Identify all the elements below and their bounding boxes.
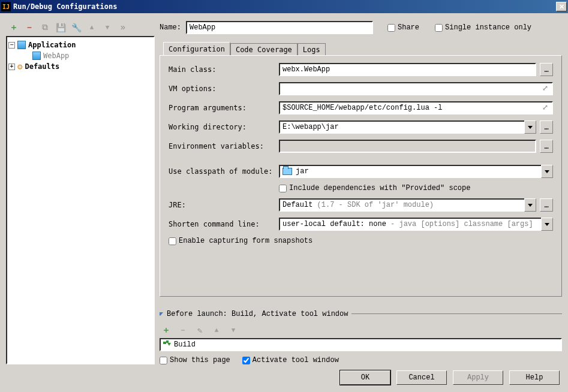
show-page-checkbox[interactable]: Show this page bbox=[160, 356, 230, 364]
program-args-input[interactable] bbox=[279, 101, 553, 114]
shorten-combo[interactable]: user-local default: none - java [options… bbox=[279, 218, 541, 231]
dropdown-icon[interactable] bbox=[541, 218, 553, 231]
jre-row: JRE: Default (1.7 - SDK of 'jar' module)… bbox=[169, 198, 553, 212]
show-page-label: Show this page bbox=[170, 356, 230, 364]
include-provided-checkbox-box[interactable] bbox=[279, 185, 287, 192]
dropdown-icon[interactable] bbox=[524, 120, 536, 134]
close-icon[interactable]: ✕ bbox=[556, 2, 567, 11]
expand-icon[interactable]: + bbox=[8, 64, 15, 70]
working-dir-row: Working directory: … bbox=[169, 120, 553, 134]
env-vars-input[interactable] bbox=[279, 140, 536, 153]
chevrons-icon[interactable]: » bbox=[118, 22, 128, 33]
vm-options-input[interactable] bbox=[279, 82, 553, 95]
tab-code-coverage[interactable]: Code Coverage bbox=[230, 43, 297, 56]
build-icon bbox=[163, 340, 172, 349]
env-vars-label: Environment variables: bbox=[169, 142, 275, 150]
before-launch-item: Build bbox=[174, 340, 196, 349]
svg-marker-2 bbox=[528, 204, 533, 207]
gear-icon: ⚙ bbox=[17, 62, 22, 71]
activate-window-checkbox-box[interactable] bbox=[242, 357, 250, 364]
svg-marker-1 bbox=[545, 170, 549, 173]
tree-app-node[interactable]: − Application bbox=[8, 40, 152, 50]
save-config-icon[interactable]: 💾 bbox=[55, 22, 66, 33]
before-launch-list[interactable]: Build bbox=[160, 338, 562, 351]
application-icon bbox=[17, 41, 26, 49]
config-tree[interactable]: − Application WebApp + ⚙ Defaults bbox=[6, 36, 155, 364]
jre-value-suffix: (1.7 - SDK of 'jar' module) bbox=[317, 201, 434, 209]
single-instance-checkbox-box[interactable] bbox=[435, 24, 443, 32]
single-instance-checkbox[interactable]: Single instance only bbox=[435, 23, 531, 32]
env-vars-browse-button[interactable]: … bbox=[540, 140, 553, 153]
classpath-value: jar bbox=[296, 167, 309, 176]
bl-up-icon[interactable]: ▲ bbox=[211, 325, 222, 336]
app-icon: IJ bbox=[1, 2, 11, 11]
share-checkbox-label: Share bbox=[398, 23, 419, 32]
activate-window-label: Activate tool window bbox=[253, 356, 339, 364]
titlebar: IJ Run/Debug Configurations ✕ bbox=[0, 0, 568, 13]
bl-edit-icon[interactable]: ✎ bbox=[194, 325, 205, 336]
enable-snapshots-checkbox-box[interactable] bbox=[169, 237, 176, 245]
activate-window-checkbox[interactable]: Activate tool window bbox=[242, 356, 339, 364]
wrench-icon[interactable]: 🔧 bbox=[71, 22, 82, 33]
bl-add-icon[interactable]: ＋ bbox=[161, 325, 172, 336]
expand-icon[interactable]: ⤢ bbox=[542, 103, 551, 111]
help-button[interactable]: Help bbox=[509, 370, 560, 385]
tab-configuration[interactable]: Configuration bbox=[163, 42, 230, 55]
jre-browse-button[interactable]: … bbox=[540, 198, 553, 212]
remove-config-icon[interactable]: － bbox=[24, 22, 35, 33]
tree-defaults-node[interactable]: + ⚙ Defaults bbox=[8, 61, 152, 72]
name-label: Name: bbox=[160, 23, 181, 32]
ok-button[interactable]: OK bbox=[340, 370, 390, 385]
disclosure-triangle-icon[interactable] bbox=[160, 312, 163, 316]
shorten-value-suffix: - java [options] classname [args] bbox=[390, 220, 533, 228]
bl-remove-icon[interactable]: － bbox=[178, 325, 188, 336]
expand-icon[interactable]: ⤢ bbox=[542, 84, 551, 92]
classpath-combo[interactable]: jar bbox=[279, 165, 541, 178]
share-checkbox[interactable]: Share bbox=[387, 23, 419, 32]
tree-label: Application bbox=[28, 41, 76, 49]
apply-button: Apply bbox=[453, 370, 503, 385]
window-title: Run/Debug Configurations bbox=[13, 2, 556, 11]
classpath-row: Use classpath of module: jar bbox=[169, 165, 553, 178]
cancel-button[interactable]: Cancel bbox=[396, 370, 447, 385]
main-class-row: Main class: … bbox=[169, 63, 553, 76]
env-vars-row: Environment variables: … bbox=[169, 140, 553, 153]
main-class-input[interactable] bbox=[279, 63, 536, 76]
tab-strip: Configuration Code Coverage Logs bbox=[160, 42, 562, 55]
shorten-label: Shorten command line: bbox=[169, 220, 275, 228]
bl-down-icon[interactable]: ▼ bbox=[228, 325, 239, 336]
before-launch-checks: Show this page Activate tool window bbox=[160, 356, 562, 364]
dropdown-icon[interactable] bbox=[541, 165, 553, 178]
application-icon bbox=[32, 52, 41, 60]
before-launch-title: Before launch: Build, Activate tool wind… bbox=[167, 310, 348, 318]
move-up-icon[interactable]: ▲ bbox=[86, 22, 97, 33]
tabs-area: Configuration Code Coverage Logs Main cl… bbox=[160, 42, 562, 297]
dropdown-icon[interactable] bbox=[524, 198, 536, 212]
working-dir-input[interactable] bbox=[279, 120, 524, 134]
main-class-browse-button[interactable]: … bbox=[540, 63, 553, 76]
tree-label: Defaults bbox=[25, 62, 59, 71]
classpath-label: Use classpath of module: bbox=[169, 167, 275, 176]
show-page-checkbox-box[interactable] bbox=[160, 357, 167, 364]
vm-options-label: VM options: bbox=[169, 85, 275, 93]
main-row: ＋ － ⧉ 💾 🔧 ▲ ▼ » − Application bbox=[0, 13, 568, 364]
collapse-icon[interactable]: − bbox=[8, 42, 15, 49]
include-provided-checkbox[interactable]: Include dependencies with "Provided" sco… bbox=[279, 184, 470, 192]
working-dir-browse-button[interactable]: … bbox=[540, 120, 553, 134]
copy-config-icon[interactable]: ⧉ bbox=[40, 22, 50, 33]
tab-logs[interactable]: Logs bbox=[297, 43, 326, 56]
move-down-icon[interactable]: ▼ bbox=[102, 22, 113, 33]
right-panel: Name: Share Single instance only Configu… bbox=[160, 19, 562, 364]
main-class-label: Main class: bbox=[169, 65, 275, 74]
tree-app-child[interactable]: WebApp bbox=[8, 50, 152, 61]
vm-options-row: VM options: ⤢ bbox=[169, 82, 553, 95]
add-config-icon[interactable]: ＋ bbox=[8, 22, 19, 33]
before-launch-toolbar: ＋ － ✎ ▲ ▼ bbox=[160, 322, 562, 338]
enable-snapshots-checkbox[interactable]: Enable capturing form snapshots bbox=[169, 237, 553, 245]
jre-combo[interactable]: Default (1.7 - SDK of 'jar' module) bbox=[279, 198, 524, 212]
before-launch-legend: Before launch: Build, Activate tool wind… bbox=[160, 309, 562, 319]
name-input[interactable] bbox=[186, 21, 373, 34]
include-provided-label: Include dependencies with "Provided" sco… bbox=[289, 184, 470, 192]
share-checkbox-box[interactable] bbox=[387, 24, 395, 32]
shorten-row: Shorten command line: user-local default… bbox=[169, 218, 553, 231]
